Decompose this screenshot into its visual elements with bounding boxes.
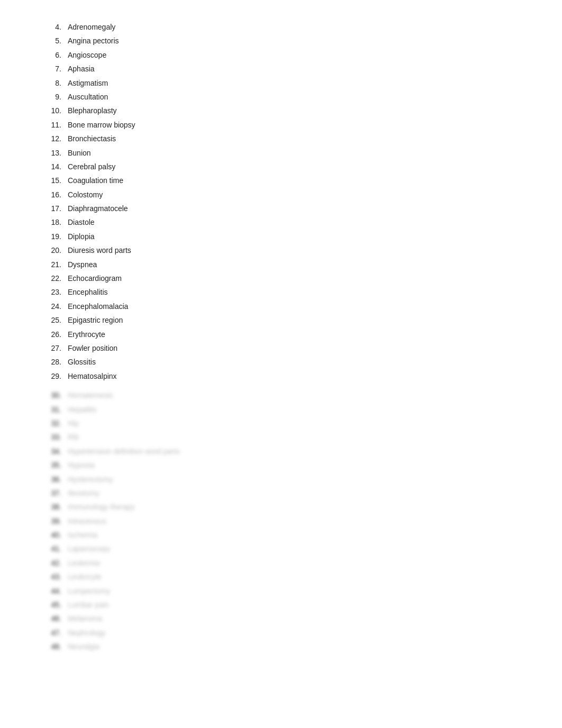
list-item: 7.Aphasia [42,63,530,75]
list-item-blurred: 39.Intravenous [42,515,530,527]
item-label: Nephrology [68,627,106,639]
item-number: 21. [42,259,68,270]
item-label: Intravenous [68,515,106,527]
item-label: Auscultation [68,91,108,103]
item-label: Glossitis [68,356,96,368]
item-label: Erythrocyte [68,329,105,340]
list-item: 13.Bunion [42,147,530,159]
item-number: 46. [42,613,68,624]
item-number: 15. [42,175,68,186]
item-label: Diaphragmatocele [68,203,128,214]
main-list: 4.Adrenomegaly5.Angina pectoris6.Angiosc… [32,21,530,653]
item-label: Colostomy [68,189,103,201]
list-item: 24.Encephalomalacia [42,301,530,312]
list-item: 28.Glossitis [42,356,530,368]
item-label: Hysterectomy [68,474,113,485]
list-item: 27.Fowler position [42,342,530,354]
list-item: 11.Bone marrow biopsy [42,119,530,131]
item-number: 33. [42,431,68,443]
item-label: Coagulation time [68,175,123,186]
list-item-blurred: 45.Lumbar pain [42,599,530,611]
list-item: 16.Colostomy [42,189,530,201]
item-label: Angioscope [68,49,106,61]
item-number: 10. [42,105,68,116]
item-number: 44. [42,585,68,597]
item-label: Lumpectomy [68,585,110,597]
item-label: Encephalomalacia [68,301,128,312]
item-number: 26. [42,329,68,340]
item-number: 27. [42,342,68,354]
item-label: Melanoma [68,613,102,624]
list-item-blurred: 36.Hysterectomy [42,474,530,485]
list-item: 19.Diplopia [42,231,530,242]
item-number: 40. [42,529,68,541]
item-label: Neuralgia [68,641,99,652]
item-label: Hip [68,417,79,429]
item-label: Dyspnea [68,259,97,270]
item-label: Laparoscopy [68,543,110,554]
item-label: Fowler position [68,342,117,354]
item-label: Blepharoplasty [68,105,117,116]
item-number: 39. [42,515,68,527]
item-number: 12. [42,133,68,144]
item-label: Epigastric region [68,314,123,326]
list-item-blurred: 33.Rib [42,431,530,443]
list-item-blurred: 41.Laparoscopy [42,543,530,554]
list-item-blurred: 35.Hypoxia [42,459,530,471]
list-item: 20.Diuresis word parts [42,244,530,256]
list-item: 12.Bronchiectasis [42,133,530,144]
item-number: 38. [42,501,68,513]
item-number: 42. [42,557,68,569]
item-number: 30. [42,389,68,401]
list-item: 29.Hematosalpinx [42,370,530,382]
visible-items: 4.Adrenomegaly5.Angina pectoris6.Angiosc… [42,21,530,382]
item-number: 9. [42,91,68,103]
item-label: Diastole [68,216,95,228]
item-number: 29. [42,370,68,382]
item-label: Hepatitis [68,404,96,415]
list-item-blurred: 30.Hematemesis [42,389,530,401]
list-item: 8.Astigmatism [42,77,530,89]
item-number: 32. [42,417,68,429]
list-item: 9.Auscultation [42,91,530,103]
list-item: 4.Adrenomegaly [42,21,530,33]
item-label: Immunology therapy [68,501,135,513]
item-label: Diuresis word parts [68,244,131,256]
item-label: Hypertension definition word parts [68,445,180,457]
item-number: 37. [42,487,68,499]
item-label: Leukocyte [68,571,102,583]
item-number: 19. [42,231,68,242]
list-item: 23.Encephalitis [42,286,530,298]
item-number: 20. [42,244,68,256]
list-item: 10.Blepharoplasty [42,105,530,116]
item-label: Ischemia [68,529,97,541]
list-item: 26.Erythrocyte [42,329,530,340]
item-label: Astigmatism [68,77,108,89]
item-number: 41. [42,543,68,554]
list-item-blurred: 48.Neuralgia [42,641,530,652]
item-number: 48. [42,641,68,652]
item-number: 24. [42,301,68,312]
item-label: Rib [68,431,79,443]
item-number: 28. [42,356,68,368]
item-number: 36. [42,474,68,485]
list-item-blurred: 32.Hip [42,417,530,429]
item-number: 16. [42,189,68,201]
item-label: Aphasia [68,63,95,75]
list-item: 14.Cerebral palsy [42,161,530,172]
item-label: Encephalitis [68,286,108,298]
list-item: 6.Angioscope [42,49,530,61]
item-label: Adrenomegaly [68,21,115,33]
item-label: Hematosalpinx [68,370,117,382]
item-label: Bone marrow biopsy [68,119,135,131]
item-label: Cerebral palsy [68,161,115,172]
list-item: 5.Angina pectoris [42,35,530,47]
list-item-blurred: 47.Nephrology [42,627,530,639]
item-number: 5. [42,35,68,47]
list-item: 17.Diaphragmatocele [42,203,530,214]
item-label: Lumbar pain [68,599,109,611]
list-item-blurred: 37.Ileostomy [42,487,530,499]
list-item-blurred: 40.Ischemia [42,529,530,541]
item-label: Bunion [68,147,91,159]
item-number: 7. [42,63,68,75]
